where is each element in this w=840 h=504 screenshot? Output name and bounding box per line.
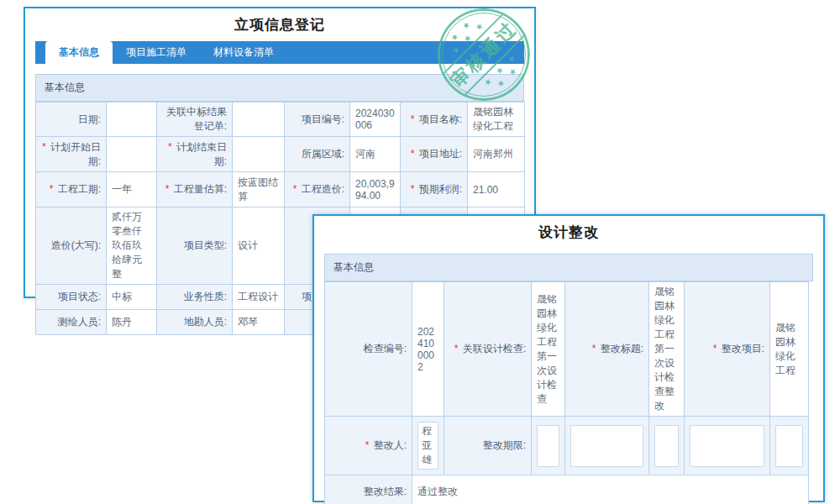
required-asterisk: * <box>454 343 461 354</box>
form-row: 检查编号:2024100002* 关联设计检查:晟铭园林绿化工程第一次设计检查*… <box>325 282 809 417</box>
tab-material-equipment-list[interactable]: 材料设备清单 <box>200 41 287 64</box>
form-row: 整改结果:通过整改 <box>325 475 809 504</box>
field-label: 关联中标结果登记单: <box>157 102 233 137</box>
field-value <box>649 417 685 475</box>
required-asterisk: * <box>365 439 372 451</box>
approval-stamp: ★ ★ ★ ★ ★ 审核通过 ★ ★ ★ ★ ★ <box>438 8 530 101</box>
tab-basic-info[interactable]: 基本信息 <box>45 41 113 64</box>
field-label: * 整改人: <box>325 417 412 475</box>
field-label: 测绘人员: <box>36 310 107 335</box>
text-input[interactable]: 程亚雄 <box>417 422 438 470</box>
field-value: 邓琴 <box>233 310 285 335</box>
field-value <box>107 102 157 137</box>
stamp-content: ★ ★ ★ ★ ★ 审核通过 ★ ★ ★ ★ ★ <box>438 8 530 101</box>
form-row: 日期:关联中标结果登记单:项目编号:2024030006* 项目名称:晟铭园林绿… <box>36 102 525 137</box>
required-asterisk: * <box>411 148 417 160</box>
field-value <box>233 102 285 137</box>
field-label: 项目编号: <box>285 102 350 137</box>
field-value: 贰仟万零叁仟玖佰玖拾肆元整 <box>107 207 157 285</box>
field-label: 整改期限: <box>444 417 532 475</box>
field-label: * 预期利润: <box>401 172 468 207</box>
field-value <box>565 417 649 475</box>
field-label: * 整改标题: <box>565 282 649 417</box>
text-input[interactable] <box>775 425 803 467</box>
required-asterisk: * <box>592 343 599 354</box>
field-value: 工程设计 <box>233 285 285 310</box>
field-value <box>233 137 285 172</box>
field-label: * 项目地址: <box>401 137 468 172</box>
rectification-title: 设计整改 <box>314 216 823 249</box>
field-label: 造价(大写): <box>36 207 107 285</box>
required-asterisk: * <box>411 113 417 125</box>
rectification-form-table: 检查编号:2024100002* 关联设计检查:晟铭园林绿化工程第一次设计检查*… <box>324 281 809 504</box>
field-value: 晟铭园林绿化工程第一次设计检查 <box>532 282 565 417</box>
text-input[interactable] <box>654 425 679 467</box>
screen: 立项信息登记 基本信息项目施工清单材料设备清单 基本信息 日期:关联中标结果登记… <box>0 0 840 504</box>
field-value: 一年 <box>107 172 157 207</box>
field-value: 河南郑州 <box>468 137 525 172</box>
field-value: 晟铭园林绿化工程 <box>770 282 809 417</box>
required-asterisk: * <box>42 141 49 153</box>
field-label: 业务性质: <box>157 285 233 310</box>
field-value <box>770 417 809 475</box>
field-value <box>107 137 157 172</box>
field-label: 项目状态: <box>36 285 107 310</box>
field-label: 日期: <box>36 102 107 137</box>
section-header-2: 基本信息 <box>324 254 813 281</box>
field-value: 晟铭园林绿化工程 <box>468 102 525 137</box>
text-input[interactable] <box>570 425 643 467</box>
required-asterisk: * <box>293 183 300 195</box>
text-input[interactable] <box>537 425 559 467</box>
required-asterisk: * <box>168 141 175 153</box>
field-label: 地勘人员: <box>157 310 233 335</box>
field-value: 河南 <box>350 137 401 172</box>
field-value: 21.00 <box>468 172 525 207</box>
form-row: * 整改人:程亚雄整改期限: <box>325 417 809 475</box>
field-label: 项目类型: <box>157 207 233 285</box>
field-value: 程亚雄 <box>412 417 444 475</box>
field-value: 通过整改 <box>412 475 809 504</box>
text-input[interactable] <box>690 425 764 467</box>
field-label: * 项目名称: <box>401 102 468 137</box>
field-label: * 工程量估算: <box>157 172 233 207</box>
field-value <box>685 417 770 475</box>
form-row: * 计划开始日期:* 计划结束日期:所属区域:河南* 项目地址:河南郑州 <box>36 137 525 172</box>
field-value: 设计 <box>233 207 285 285</box>
required-asterisk: * <box>411 183 417 195</box>
field-label: * 整改项目: <box>685 282 770 417</box>
field-value: 晟铭园林绿化工程第一次设计检查整改 <box>649 282 685 417</box>
field-label: * 工程工期: <box>36 172 107 207</box>
form-row: * 工程工期:一年* 工程量估算:按蓝图结算* 工程造价:20,003,994.… <box>36 172 525 207</box>
field-label: 整改结果: <box>325 475 412 504</box>
field-value <box>532 417 565 475</box>
field-label: 检查编号: <box>325 282 412 417</box>
field-value: 2024030006 <box>350 102 401 137</box>
field-label: * 工程造价: <box>285 172 350 207</box>
design-rectification-panel: 设计整改 基本信息 检查编号:2024100002* 关联设计检查:晟铭园林绿化… <box>312 214 825 502</box>
field-value: 按蓝图结算 <box>233 172 285 207</box>
required-asterisk: * <box>713 343 720 354</box>
field-label: 所属区域: <box>285 137 350 172</box>
required-asterisk: * <box>165 183 172 195</box>
field-value: 2024100002 <box>412 282 444 417</box>
field-label: * 关联设计检查: <box>444 282 532 417</box>
tab-construction-list[interactable]: 项目施工清单 <box>113 41 200 64</box>
field-value: 陈丹 <box>107 310 157 335</box>
field-value: 20,003,994.00 <box>350 172 401 207</box>
required-asterisk: * <box>50 183 56 195</box>
field-label: * 计划结束日期: <box>157 137 233 172</box>
field-value: 中标 <box>107 285 157 310</box>
field-label: * 计划开始日期: <box>36 137 107 172</box>
